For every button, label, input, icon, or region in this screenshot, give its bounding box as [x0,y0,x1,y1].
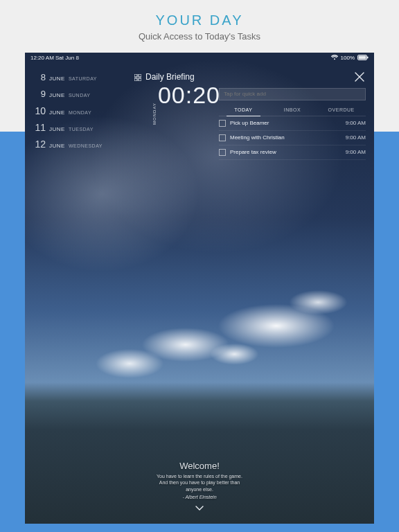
status-bar: 12:20 AM Sat Jun 8 100% [25,53,374,62]
welcome-heading: Welcome! [25,461,374,471]
svg-rect-4 [139,74,141,77]
date-day: 11 [33,122,46,133]
task-tabs: TODAY INBOX OVERDUE [219,105,366,116]
date-day: 10 [33,105,46,116]
task-title: Meeting with Christian [230,134,342,141]
battery-icon [357,55,369,60]
date-weekday: SUNDAY [69,93,91,98]
tab-overdue[interactable]: OVERDUE [317,105,366,116]
wifi-icon [331,55,338,60]
welcome-block: Welcome! You have to learn the rules of … [25,461,374,514]
briefing-title-row: Daily Briefing [134,72,366,82]
welcome-byline: - Albert Einstein [25,495,374,499]
welcome-quote-line: You have to learn the rules of the game. [25,473,374,479]
date-row[interactable]: 11 JUNE TUESDAY [33,122,103,139]
grid-icon [134,73,141,80]
date-month: JUNE [49,109,65,116]
task-panel: TODAY INBOX OVERDUE Pick up Beamer 9:00 … [219,86,366,160]
task-time: 9:00 AM [346,134,366,141]
task-row[interactable]: Prepare tax review 9:00 AM [219,145,366,160]
date-day: 9 [33,89,46,99]
task-time: 9:00 AM [346,120,366,126]
task-time: 9:00 AM [346,149,366,155]
date-month: JUNE [49,126,65,132]
date-month: JUNE [49,92,65,98]
task-checkbox[interactable] [219,134,226,141]
welcome-quote-line: anyone else. [25,486,374,493]
briefing-title: Daily Briefing [145,72,195,82]
tab-today[interactable]: TODAY [219,105,268,116]
date-month: JUNE [49,143,65,149]
date-weekday: TUESDAY [69,127,94,132]
welcome-quote-line: And then you have to play better than [25,479,374,486]
clock-weekday: MONDAY [152,103,157,125]
tab-inbox[interactable]: INBOX [268,105,317,116]
svg-rect-6 [139,78,141,81]
close-icon[interactable] [353,71,366,83]
date-day: 12 [33,139,46,150]
date-weekday: WEDNESDAY [69,143,103,148]
svg-rect-2 [367,57,369,59]
battery-percent: 100% [341,55,355,61]
task-row[interactable]: Meeting with Christian 9:00 AM [219,131,366,145]
date-list: 8 JUNE SATURDAY 9 JUNE SUNDAY 10 JUNE MO… [33,72,103,155]
date-weekday: MONDAY [69,110,91,115]
device-screen: 12:20 AM Sat Jun 8 100% 8 JUNE SATURDAY … [25,53,374,524]
task-title: Prepare tax review [230,149,342,155]
svg-rect-1 [359,56,366,60]
task-list: Pick up Beamer 9:00 AM Meeting with Chri… [219,116,366,160]
date-month: JUNE [49,76,65,82]
date-day: 8 [33,72,46,82]
task-title: Pick up Beamer [230,120,342,126]
date-weekday: SATURDAY [69,76,97,81]
chevron-down-icon[interactable] [25,502,374,514]
clock-time: 00:20 [158,83,220,107]
task-row[interactable]: Pick up Beamer 9:00 AM [219,116,366,131]
svg-rect-5 [134,78,137,81]
date-row[interactable]: 9 JUNE SUNDAY [33,89,103,105]
date-row[interactable]: 8 JUNE SATURDAY [33,72,103,89]
date-row[interactable]: 10 JUNE MONDAY [33,105,103,122]
task-checkbox[interactable] [219,149,226,156]
promo-title: YOUR DAY [0,0,399,28]
promo-subtitle: Quick Access to Today's Tasks [0,28,399,42]
svg-rect-3 [134,74,137,77]
task-checkbox[interactable] [219,120,226,127]
quick-add-input[interactable] [219,88,366,100]
date-row[interactable]: 12 JUNE WEDNESDAY [33,139,103,155]
status-time-date: 12:20 AM Sat Jun 8 [30,55,79,61]
